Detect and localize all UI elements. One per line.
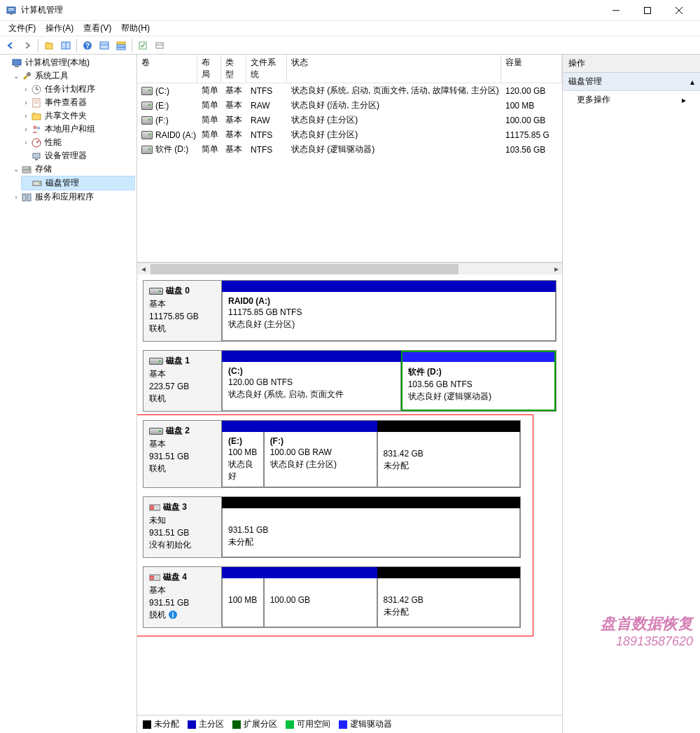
col-volume[interactable]: 卷 <box>137 55 197 83</box>
settings-button[interactable] <box>152 38 167 53</box>
col-fs[interactable]: 文件系统 <box>246 55 287 83</box>
disk-2-row[interactable]: 磁盘 2 基本 931.51 GB 联机 (E:) 100 MB <box>143 420 521 488</box>
close-button[interactable] <box>663 0 694 21</box>
svg-rect-43 <box>27 194 31 201</box>
legend-extended: 扩展分区 <box>244 718 277 730</box>
col-type[interactable]: 类型 <box>221 55 246 83</box>
expand-icon[interactable]: ⌄ <box>11 72 21 80</box>
disk-2-partition-f[interactable]: (F:) 100.00 GB RAW 状态良好 (主分区) <box>264 432 377 487</box>
disk-0-partition-0[interactable]: RAID0 (A:) 11175.85 GB NTFS 状态良好 (主分区) <box>222 292 556 341</box>
drive-icon <box>141 87 153 95</box>
menu-view[interactable]: 查看(V) <box>79 21 115 36</box>
tree-services[interactable]: › 服务和应用程序 <box>11 190 135 204</box>
col-status[interactable]: 状态 <box>287 55 501 83</box>
volume-row[interactable]: 软件 (D:)简单基本NTFS状态良好 (逻辑驱动器)103.56 GB <box>137 142 562 157</box>
disk-4-partition-1[interactable]: 100.00 GB <box>264 578 377 627</box>
tree-performance[interactable]: ›性能 <box>21 136 135 149</box>
expand-icon[interactable]: › <box>21 112 31 120</box>
disk-1-partition-c[interactable]: (C:) 120.00 GB NTFS 状态良好 (系统, 启动, 页面文件 <box>222 362 401 411</box>
scroll-right-arrow[interactable]: ▸ <box>550 264 562 274</box>
view-detail-button[interactable] <box>97 38 112 53</box>
disk-3-row[interactable]: 磁盘 3 未知 931.51 GB 没有初始化 931.51 GB 未分配 <box>143 496 521 558</box>
svg-rect-17 <box>117 48 125 50</box>
tree-storage[interactable]: ⌄ 存储 <box>11 162 135 176</box>
disk-0-row[interactable]: 磁盘 0 基本 11175.85 GB 联机 RAID0 (A:) 11175.… <box>143 280 556 342</box>
col-layout[interactable]: 布局 <box>197 55 221 83</box>
error-disk-icon <box>149 573 160 582</box>
tree-label: 本地用户和组 <box>45 123 95 135</box>
back-button[interactable] <box>3 38 18 53</box>
svg-rect-49 <box>151 577 153 578</box>
expand-icon[interactable]: › <box>21 99 31 106</box>
menu-file[interactable]: 文件(F) <box>4 21 40 36</box>
app-icon <box>6 5 17 16</box>
disk-4-row[interactable]: 磁盘 4 基本 931.51 GB 脱机 i 100 MB <box>143 566 521 628</box>
col-capacity[interactable]: 容量 <box>501 55 562 83</box>
svg-rect-38 <box>22 170 31 173</box>
volume-row[interactable]: (E:)简单基本RAW状态良好 (活动, 主分区)100 MB <box>137 98 562 113</box>
volume-row[interactable]: (F:)简单基本RAW状态良好 (主分区)100.00 GB <box>137 113 562 127</box>
tree-panel: 计算机管理(本地) ⌄ 系统工具 ›任务计划程序 ›事件查看器 ›共享文件夹 ›… <box>0 55 137 733</box>
view-split-button[interactable] <box>58 38 74 53</box>
expand-icon[interactable]: › <box>21 125 31 133</box>
menu-action[interactable]: 操作(A) <box>41 21 78 36</box>
horizontal-scrollbar[interactable]: ◂ ▸ <box>137 263 562 274</box>
toolbar: ? <box>0 36 700 55</box>
disk-4-unallocated[interactable]: 831.42 GB 未分配 <box>377 578 520 627</box>
tree-root[interactable]: 计算机管理(本地) <box>1 56 135 69</box>
disk-2-partition-e[interactable]: (E:) 100 MB 状态良好 <box>222 432 264 487</box>
legend: 未分配 主分区 扩展分区 可用空间 逻辑驱动器 <box>137 715 562 733</box>
tree-task-scheduler[interactable]: ›任务计划程序 <box>21 83 135 96</box>
expand-icon[interactable]: › <box>21 85 31 93</box>
tree-root-label: 计算机管理(本地) <box>25 57 90 69</box>
menu-help[interactable]: 帮助(H) <box>117 21 154 36</box>
scroll-left-arrow[interactable]: ◂ <box>137 264 149 274</box>
svg-text:i: i <box>172 611 174 619</box>
tree-event-viewer[interactable]: ›事件查看器 <box>21 96 135 109</box>
tree-disk-management[interactable]: 磁盘管理 <box>21 176 135 190</box>
drive-icon <box>149 358 163 365</box>
action-more[interactable]: 更多操作 ▸ <box>563 91 700 109</box>
expand-icon[interactable]: › <box>21 139 31 146</box>
expand-icon[interactable]: › <box>11 193 21 201</box>
device-icon <box>31 151 42 162</box>
tree-system-tools-label: 系统工具 <box>35 70 69 82</box>
tree-label: 性能 <box>45 137 62 148</box>
scroll-thumb[interactable] <box>150 264 458 274</box>
svg-rect-36 <box>35 159 38 160</box>
forward-button[interactable] <box>20 38 35 53</box>
tree-system-tools[interactable]: ⌄ 系统工具 <box>11 69 135 83</box>
action-section-disk-mgmt[interactable]: 磁盘管理 ▴ <box>563 73 700 91</box>
drive-icon <box>141 146 153 154</box>
help-button[interactable]: ? <box>80 38 95 53</box>
tree-label: 服务和应用程序 <box>35 191 94 203</box>
tree-local-users[interactable]: ›本地用户和组 <box>21 123 135 136</box>
svg-rect-35 <box>33 153 40 158</box>
expand-icon[interactable]: ⌄ <box>11 165 21 173</box>
minimize-button[interactable] <box>600 0 631 21</box>
properties-button[interactable] <box>135 38 150 53</box>
maximize-button[interactable] <box>631 0 663 21</box>
tree-shared-folders[interactable]: ›共享文件夹 <box>21 109 135 123</box>
drive-icon <box>141 116 153 125</box>
legend-free: 可用空间 <box>297 718 330 730</box>
error-disk-icon <box>149 503 160 512</box>
volume-row[interactable]: RAID0 (A:)简单基本NTFS状态良好 (主分区)11175.85 G <box>137 127 562 142</box>
up-button[interactable] <box>41 38 57 53</box>
disk-3-unallocated[interactable]: 931.51 GB 未分配 <box>222 508 520 557</box>
tree-device-manager[interactable]: 设备管理器 <box>21 149 135 162</box>
disk-1-row[interactable]: 磁盘 1 基本 223.57 GB 联机 (C:) 120.00 GB NTFS <box>143 350 556 412</box>
disk-4-partition-0[interactable]: 100 MB <box>222 578 264 627</box>
disk-2-unallocated[interactable]: 831.42 GB 未分配 <box>377 432 520 487</box>
svg-rect-21 <box>13 60 21 65</box>
collapse-icon: ▴ <box>690 77 694 87</box>
disk-1-label: 磁盘 1 基本 223.57 GB 联机 <box>144 351 222 411</box>
disk-1-partition-d[interactable]: 软件 (D:) 103.56 GB NTFS 状态良好 (逻辑驱动器) <box>401 362 556 411</box>
view-list-button[interactable] <box>113 38 129 53</box>
event-icon <box>31 97 42 109</box>
svg-rect-1 <box>8 8 14 9</box>
actions-panel: 操作 磁盘管理 ▴ 更多操作 ▸ <box>563 55 700 733</box>
volume-row[interactable]: (C:)简单基本NTFS状态良好 (系统, 启动, 页面文件, 活动, 故障转储… <box>137 83 562 98</box>
info-icon[interactable]: i <box>168 610 178 620</box>
tree-label: 共享文件夹 <box>45 110 87 122</box>
